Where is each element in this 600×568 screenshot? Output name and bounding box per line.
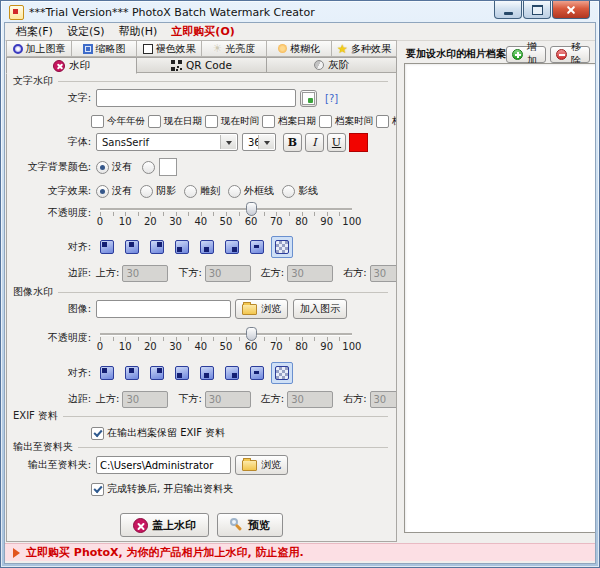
checkbox-year[interactable]: 今年年份 xyxy=(91,115,145,128)
button-label: 浏览 xyxy=(261,302,281,316)
add-icon-button[interactable]: 加入图示 xyxy=(293,299,347,319)
italic-button[interactable]: I xyxy=(305,133,324,152)
buy-now-banner: 立即购买 PhotoX, 为你的产品相片加上水印, 防止盗用. xyxy=(5,543,595,561)
open-output-folder-checkbox[interactable]: 完成转换后, 开启输出资料夹 xyxy=(91,482,233,496)
align-top-center-button[interactable] xyxy=(121,362,143,384)
align-top-right-button[interactable] xyxy=(146,236,168,258)
align-center-button[interactable] xyxy=(246,236,268,258)
effect-shadow-radio[interactable]: 阴影 xyxy=(140,184,176,198)
preview-button[interactable]: 预览 xyxy=(217,513,283,537)
slider-track[interactable] xyxy=(100,208,352,211)
effect-hatch-radio[interactable]: 影线 xyxy=(282,184,318,198)
bg-color-radio[interactable] xyxy=(142,161,155,174)
button-label: 加入图示 xyxy=(300,302,340,316)
underline-button[interactable]: U xyxy=(327,133,346,152)
tab-fade-effect[interactable]: 褪色效果 xyxy=(137,41,202,56)
image-browse-button[interactable]: 浏览 xyxy=(235,299,288,319)
tab-grayscale[interactable]: 灰阶 xyxy=(267,57,397,73)
apply-watermark-button[interactable]: 盖上水印 xyxy=(120,513,209,537)
text-effect-row: 文字效果: 没有 阴影 雕刻 外框线 影线 xyxy=(15,181,390,201)
remove-photos-button[interactable]: 移除 xyxy=(550,46,590,63)
align-tile-button[interactable] xyxy=(271,362,293,384)
align-top-left-button[interactable] xyxy=(96,362,118,384)
align-label: 对齐: xyxy=(15,366,91,380)
checkbox-file-date[interactable]: 档案日期 xyxy=(262,115,316,128)
menu-help[interactable]: 帮助(H) xyxy=(112,23,165,40)
minimize-button[interactable] xyxy=(494,1,522,19)
photo-list-title: 要加设水印的相片档案 xyxy=(406,47,506,61)
fade-icon xyxy=(143,44,153,54)
align-top-center-icon xyxy=(125,240,139,254)
image-label: 图像: xyxy=(15,302,91,316)
font-color-swatch[interactable] xyxy=(349,133,368,152)
checkbox-current-date[interactable]: 现在日期 xyxy=(148,115,202,128)
effect-outline-radio[interactable]: 外框线 xyxy=(228,184,274,198)
bg-color-swatch[interactable] xyxy=(159,158,177,176)
output-browse-button[interactable]: 浏览 xyxy=(235,455,288,475)
checkbox-file-time[interactable]: 档案时间 xyxy=(319,115,373,128)
help-link[interactable]: [?] xyxy=(325,93,338,104)
keep-exif-checkbox[interactable]: 在输出档案保留 EXIF 资料 xyxy=(91,426,225,440)
font-family-value: SansSerif xyxy=(102,137,149,148)
checkbox-file-name[interactable]: 档案名称 xyxy=(376,115,397,128)
output-folder-input[interactable] xyxy=(96,456,231,474)
tab-qr-code[interactable]: QR Code xyxy=(137,57,267,73)
bg-none-radio[interactable]: 没有 xyxy=(96,160,132,174)
grayscale-icon xyxy=(314,60,324,70)
bold-button[interactable]: B xyxy=(283,133,302,152)
insert-token-button[interactable] xyxy=(300,90,317,107)
add-photos-button[interactable]: 增加 xyxy=(506,46,546,63)
image-align-row: 对齐: xyxy=(15,362,390,384)
tab-brightness[interactable]: ☀光亮度 xyxy=(202,41,267,56)
tab-blur[interactable]: 模糊化 xyxy=(267,41,332,56)
maximize-button[interactable] xyxy=(523,1,551,19)
watermark-text-input[interactable] xyxy=(96,89,296,107)
tab-label: 光亮度 xyxy=(225,42,255,56)
menu-file[interactable]: 档案(F) xyxy=(9,23,60,40)
align-bottom-right-button[interactable] xyxy=(221,362,243,384)
slider-thumb[interactable] xyxy=(246,327,257,341)
open-folder-row: 完成转换后, 开启输出资料夹 xyxy=(91,479,390,499)
font-family-select[interactable]: SansSerif xyxy=(96,133,238,151)
close-button[interactable] xyxy=(552,1,590,19)
minimize-icon xyxy=(504,12,513,15)
image-path-input[interactable] xyxy=(96,300,231,318)
align-bottom-right-button[interactable] xyxy=(221,236,243,258)
tab-multi-effects[interactable]: ★多种效果 xyxy=(332,41,396,56)
checkbox-current-time[interactable]: 现在时间 xyxy=(205,115,259,128)
text-opacity-slider[interactable]: 0102030405060708090100 xyxy=(100,200,352,232)
checkbox-label: 在输出档案保留 EXIF 资料 xyxy=(107,426,225,440)
align-bottom-left-button[interactable] xyxy=(171,362,193,384)
align-tile-button[interactable] xyxy=(271,236,293,258)
effect-engrave-radio[interactable]: 雕刻 xyxy=(184,184,220,198)
align-center-button[interactable] xyxy=(246,362,268,384)
align-bottom-center-button[interactable] xyxy=(196,362,218,384)
align-top-right-button[interactable] xyxy=(146,362,168,384)
menu-buy-now[interactable]: 立即购买(O) xyxy=(164,23,241,40)
align-bottom-left-button[interactable] xyxy=(171,236,193,258)
buy-now-text[interactable]: 立即购买 PhotoX, 为你的产品相片加上水印, 防止盗用. xyxy=(26,545,304,560)
image-watermark-group: 图像水印 xyxy=(13,286,388,298)
slider-thumb[interactable] xyxy=(246,202,257,216)
margin-top-input xyxy=(122,265,168,282)
align-top-left-button[interactable] xyxy=(96,236,118,258)
align-bottom-center-button[interactable] xyxy=(196,236,218,258)
tab-thumbnail[interactable]: 缩略图 xyxy=(72,41,137,56)
font-size-select[interactable]: 36 xyxy=(242,133,276,151)
image-opacity-slider[interactable]: 0102030405060708090100 xyxy=(100,325,352,357)
photo-file-list[interactable] xyxy=(404,63,596,533)
thumbnail-icon xyxy=(83,44,93,54)
margin-left-label: 左方: xyxy=(261,266,284,280)
tab-label: 水印 xyxy=(69,59,90,73)
stamp-icon xyxy=(13,44,23,54)
align-top-center-button[interactable] xyxy=(121,236,143,258)
tab-watermark[interactable]: 水印 xyxy=(6,57,137,74)
slider-track[interactable] xyxy=(100,333,352,336)
radio-icon xyxy=(282,185,295,198)
tab-add-stamp[interactable]: 加上图章 xyxy=(7,41,72,56)
effect-none-radio[interactable]: 没有 xyxy=(96,184,132,198)
star-icon: ★ xyxy=(337,43,348,55)
menu-settings[interactable]: 设定(S) xyxy=(60,23,112,40)
checkbox-label: 现在日期 xyxy=(164,115,202,128)
folder-icon xyxy=(242,304,257,315)
